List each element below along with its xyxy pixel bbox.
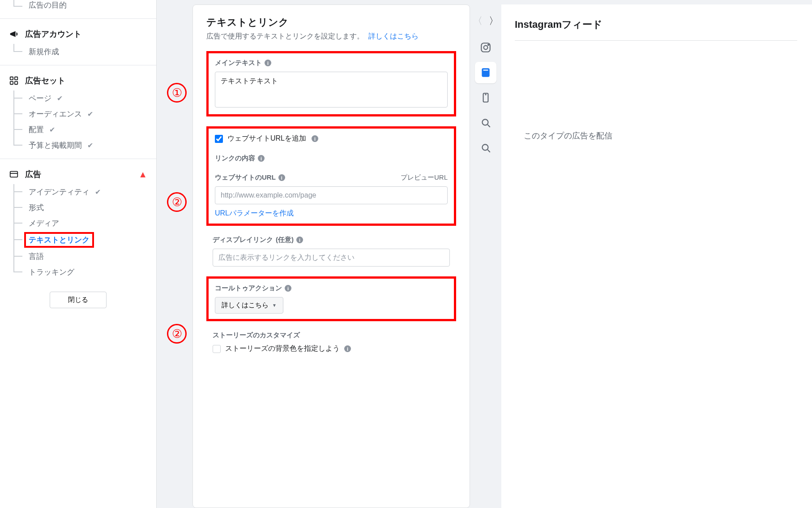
sidebar-item-text-link[interactable]: テキストとリンク [0,231,156,249]
rail-instagram-icon[interactable] [475,37,496,58]
rail-feed-icon[interactable] [475,62,496,83]
info-icon[interactable]: i [278,174,285,181]
sidebar-item-tracking[interactable]: トラッキング [0,264,156,280]
display-link-label: ディスプレイリンク(任意) i [213,236,450,244]
preview-message: このタイプの広告を配信 [515,130,812,141]
website-url-input[interactable] [215,186,448,204]
cta-dropdown[interactable]: 詳しくはこちら ▼ [215,297,283,314]
sidebar-item-label: メディア [18,218,59,228]
sidebar-heading-ad[interactable]: 広告 ▲ [0,164,156,184]
svg-point-7 [484,46,488,50]
check-icon: ✔ [95,188,101,196]
sidebar-item-label: 言語 [18,251,44,262]
info-icon[interactable]: i [285,285,291,292]
main-text-input[interactable] [215,72,448,108]
stories-customize-label: ストーリーズのカスタマイズ [213,331,450,340]
sidebar-item-media[interactable]: メディア [0,215,156,231]
rail-nav: 〈 〉 [471,13,500,30]
sidebar-section-objective: 広告の目的 [0,0,156,19]
create-url-params-link[interactable]: URLパラメーターを作成 [215,209,294,218]
rail-search2-icon[interactable] [475,137,496,159]
sidebar-item-placement[interactable]: 配置 ✔ [0,122,156,138]
sidebar-item-new[interactable]: 新規作成 [0,44,156,60]
stories-block: ストーリーズのカスタマイズ [206,331,456,340]
cta-label: コールトゥアクション i [215,284,448,293]
form-card: テキストとリンク 広告で使用するテキストとリンクを設定します。 詳しくはこちら … [192,4,470,508]
info-icon[interactable]: i [296,237,303,243]
svg-rect-9 [482,68,489,77]
info-icon[interactable]: i [344,345,351,352]
close-button[interactable]: 閉じる [50,292,107,308]
stories-bg-row: ストーリーズの背景色を指定しよう i [206,344,456,353]
card-subtitle: 広告で使用するテキストとリンクを設定します。 詳しくはこちら [206,32,456,41]
preview-rail: 〈 〉 [470,4,501,508]
check-icon: ✔ [87,110,93,118]
sidebar-item-label: テキストとリンク [26,234,92,246]
preview-divider [515,40,797,41]
card-subtitle-text: 広告で使用するテキストとリンクを設定します。 [206,32,364,40]
stories-bg-checkbox[interactable] [213,345,221,353]
svg-rect-3 [15,82,17,84]
svg-point-15 [482,144,488,150]
stories-bg-label: ストーリーズの背景色を指定しよう [225,344,340,353]
sidebar-heading-label: 広告アカウント [25,29,81,39]
sidebar-item-page[interactable]: ページ ✔ [0,90,156,106]
sidebar-item-identity[interactable]: アイデンティティ ✔ [0,184,156,200]
info-icon[interactable]: i [312,135,318,142]
rail-mobile-icon[interactable] [475,87,496,108]
main-text-label: メインテキスト i [215,59,448,67]
sidebar-item-label: トラッキング [18,267,74,277]
svg-point-13 [482,119,488,125]
annotation-3: ② [167,324,187,344]
sidebar-heading-account[interactable]: 広告アカウント [0,24,156,44]
sidebar-item-audience[interactable]: オーディエンス ✔ [0,106,156,122]
sidebar-item-label: ページ [18,93,51,103]
website-url-label: ウェブサイトのURL i [215,173,285,182]
highlight-box-cta: コールトゥアクション i 詳しくはこちら ▼ [206,276,456,321]
info-icon[interactable]: i [258,155,265,162]
svg-rect-10 [483,70,488,71]
sidebar-heading-label: 広告セット [25,75,65,86]
sidebar-item-label: 形式 [18,202,44,213]
preview-pane: Instagramフィード このタイプの広告を配信 [501,4,812,508]
sidebar-item-label: 広告の目的 [18,0,67,10]
sidebar-item-language[interactable]: 言語 [0,249,156,264]
sidebar-item-label: アイデンティティ [18,187,90,197]
card-icon [9,169,19,179]
rail-search-icon[interactable] [475,112,496,133]
preview-title: Instagramフィード [515,18,812,31]
grid-icon [9,76,19,86]
display-link-input[interactable] [213,249,450,267]
highlight-box-main-text: メインテキスト i [206,51,456,116]
rail-prev-icon[interactable]: 〈 [471,13,484,30]
cta-dropdown-value: 詳しくはこちら [222,301,269,310]
sidebar-item-budget[interactable]: 予算と掲載期間 ✔ [0,138,156,153]
learn-more-link[interactable]: 詳しくはこちら [368,32,419,40]
sidebar-item-format[interactable]: 形式 [0,200,156,215]
sidebar-section-ad: 広告 ▲ アイデンティティ ✔ 形式 メディア テキストとリンク 言語 トラッキ… [0,159,156,314]
info-icon[interactable]: i [265,60,271,66]
warning-icon: ▲ [138,169,147,180]
sidebar-heading-adset[interactable]: 広告セット [0,71,156,90]
svg-rect-0 [10,77,13,80]
check-icon: ✔ [57,94,63,103]
svg-line-16 [487,150,490,152]
check-icon: ✔ [87,141,93,150]
svg-line-14 [487,125,490,127]
close-button-area: 閉じる [0,287,156,308]
sidebar-item-label: 新規作成 [18,47,59,57]
highlight-box-url: ウェブサイトURLを追加 i リンクの内容 i ウェブサイトのURL i [206,126,456,226]
check-icon: ✔ [49,125,55,134]
display-link-block: ディスプレイリンク(任意) i [206,236,456,267]
sidebar-item-label: 予算と掲載期間 [18,140,82,151]
add-url-row: ウェブサイトURLを追加 i [215,134,448,143]
rail-next-icon[interactable]: 〉 [487,13,500,30]
sidebar-item-objective[interactable]: 広告の目的 [0,0,156,13]
card-title: テキストとリンク [206,16,456,29]
center-area: ① ② ② テキストとリンク 広告で使用するテキストとリンクを設定します。 詳し… [157,0,812,508]
add-url-checkbox[interactable] [215,135,223,143]
svg-rect-4 [10,172,18,177]
link-content-label: リンクの内容 i [215,154,448,163]
svg-rect-1 [15,77,17,80]
sidebar-section-account: 広告アカウント 新規作成 [0,19,156,65]
